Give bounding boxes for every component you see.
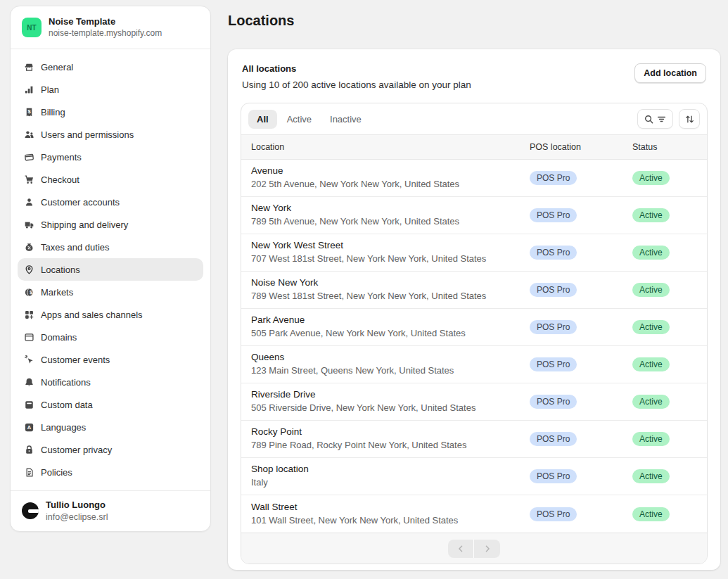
filter-icon	[656, 114, 667, 125]
sidebar-item-general[interactable]: General	[18, 56, 203, 78]
location-pin-icon	[23, 264, 34, 275]
sidebar-item-customer-events[interactable]: Customer events	[18, 348, 203, 371]
account-email: info@eclipse.srl	[46, 511, 108, 523]
location-name: Riverside Drive	[251, 388, 530, 402]
pos-location-badge: POS Pro	[530, 357, 577, 371]
table-row-park-avenue[interactable]: Park Avenue 505 Park Avenue, New York Ne…	[241, 309, 707, 346]
location-name: Rocky Point	[251, 426, 530, 439]
status-badge: Active	[632, 395, 670, 409]
sidebar-item-billing[interactable]: $ Billing	[18, 101, 203, 123]
filter-tabs: All Active Inactive	[248, 110, 371, 129]
sidebar-item-payments[interactable]: Payments	[18, 146, 203, 168]
billing-icon: $	[23, 106, 34, 117]
previous-page-button[interactable]	[448, 540, 474, 558]
table-row-queens[interactable]: Queens 123 Main Street, Queens New York,…	[241, 346, 707, 383]
translate-icon: A	[23, 421, 34, 433]
sidebar-item-policies[interactable]: Policies	[18, 461, 203, 483]
user-avatar	[22, 502, 39, 519]
sidebar-item-apps-and-sales-channels[interactable]: Apps and sales channels	[18, 303, 203, 326]
location-name: Wall Street	[251, 501, 530, 514]
search-and-filter-button[interactable]	[637, 109, 673, 129]
table-body: Avenue 202 5th Avenue, New York New York…	[241, 160, 707, 533]
sidebar-item-languages[interactable]: A Languages	[18, 416, 203, 438]
svg-text:$: $	[30, 290, 32, 295]
location-address: 202 5th Avenue, New York New York, Unite…	[251, 178, 530, 191]
sidebar-item-customer-accounts[interactable]: Customer accounts	[18, 191, 203, 213]
sidebar-item-domains[interactable]: Domains	[18, 326, 203, 348]
column-header-status: Status	[632, 142, 707, 152]
page-title: Locations	[228, 13, 294, 29]
chevron-left-icon	[456, 544, 466, 554]
location-name: Noise New York	[251, 276, 530, 290]
add-location-button[interactable]: Add location	[634, 63, 706, 83]
store-domain: noise-template.myshopify.com	[49, 28, 162, 39]
status-badge: Active	[632, 469, 670, 483]
tab-inactive[interactable]: Inactive	[321, 110, 370, 129]
location-name: Avenue	[251, 165, 530, 178]
pos-location-badge: POS Pro	[530, 320, 577, 334]
table-row-riverside-drive[interactable]: Riverside Drive 505 Riverside Drive, New…	[241, 383, 707, 421]
location-address: 707 West 181st Street, New York New York…	[251, 253, 530, 265]
location-name: New York West Street	[251, 239, 530, 253]
pos-location-badge: POS Pro	[530, 208, 577, 222]
table-row-shop-location[interactable]: Shop location Italy POS Pro Active	[241, 458, 707, 495]
search-icon	[644, 114, 654, 125]
card-heading: All locations	[242, 63, 471, 74]
pos-location-badge: POS Pro	[530, 395, 577, 409]
sidebar-item-shipping-and-delivery[interactable]: Shipping and delivery	[18, 213, 203, 236]
sort-icon	[684, 114, 695, 125]
person-icon	[23, 196, 34, 208]
table-row-new-york-west-street[interactable]: New York West Street 707 West 181st Stre…	[241, 234, 707, 272]
table-row-wall-street[interactable]: Wall Street 101 Wall Street, New York Ne…	[241, 495, 707, 533]
tab-active[interactable]: Active	[279, 110, 320, 129]
table-row-new-york[interactable]: New York 789 5th Avenue, New York New Yo…	[241, 197, 707, 234]
cursor-spark-icon	[23, 354, 34, 365]
pos-location-badge: POS Pro	[530, 432, 577, 446]
sidebar-item-locations[interactable]: Locations	[18, 258, 203, 281]
column-header-pos-location: POS location	[530, 142, 632, 152]
status-badge: Active	[632, 357, 670, 371]
sort-button[interactable]	[679, 109, 700, 129]
truck-icon	[23, 219, 34, 230]
sidebar-item-plan[interactable]: Plan	[18, 78, 203, 101]
location-address: Italy	[251, 476, 530, 489]
status-badge: Active	[632, 283, 670, 297]
sidebar-item-markets[interactable]: $ Markets	[18, 281, 203, 303]
settings-sidebar: NT Noise Template noise-template.myshopi…	[10, 6, 211, 532]
table-row-noise-new-york[interactable]: Noise New York 789 West 181st Street, Ne…	[241, 272, 707, 309]
table-row-avenue[interactable]: Avenue 202 5th Avenue, New York New York…	[241, 160, 707, 197]
location-name: Park Avenue	[251, 314, 530, 327]
sidebar-item-users-and-permissions[interactable]: Users and permissions	[18, 123, 203, 146]
location-name: Queens	[251, 351, 530, 364]
store-icon	[23, 61, 34, 72]
sidebar-item-checkout[interactable]: Checkout	[18, 168, 203, 191]
svg-text:A: A	[27, 424, 31, 431]
sidebar-item-customer-privacy[interactable]: Customer privacy	[18, 438, 203, 461]
sidebar-item-taxes-and-duties[interactable]: Taxes and duties	[18, 236, 203, 258]
sidebar-item-custom-data[interactable]: Custom data	[18, 393, 203, 416]
next-page-button[interactable]	[474, 540, 500, 558]
sidebar-nav: General Plan $ Billing Users and permiss…	[11, 49, 210, 490]
locations-card: All locations Using 10 of 200 active loc…	[228, 49, 720, 570]
filter-tabs-row: All Active Inactive	[241, 103, 707, 134]
tab-all[interactable]: All	[248, 110, 277, 129]
document-icon	[23, 466, 34, 478]
location-address: 789 Pine Road, Rocky Point New York, Uni…	[251, 439, 530, 452]
table-controls	[637, 109, 700, 129]
payments-icon	[23, 151, 34, 163]
table-row-rocky-point[interactable]: Rocky Point 789 Pine Road, Rocky Point N…	[241, 421, 707, 458]
table-header-row: Location POS location Status	[241, 134, 707, 160]
sidebar-item-notifications[interactable]: Notifications	[18, 371, 203, 393]
status-badge: Active	[632, 432, 670, 446]
store-header: NT Noise Template noise-template.myshopi…	[11, 6, 210, 49]
status-badge: Active	[632, 171, 670, 185]
pos-location-badge: POS Pro	[530, 283, 577, 297]
checkout-icon	[23, 174, 34, 185]
data-drawer-icon	[23, 399, 34, 410]
location-address: 789 5th Avenue, New York New York, Unite…	[251, 215, 530, 228]
locations-table: All Active Inactive Location POS locatio…	[241, 103, 708, 564]
domains-icon	[23, 331, 34, 343]
account-name: Tullio Luongo	[46, 500, 108, 511]
pos-location-badge: POS Pro	[530, 507, 577, 521]
globe-icon: $	[23, 286, 34, 298]
